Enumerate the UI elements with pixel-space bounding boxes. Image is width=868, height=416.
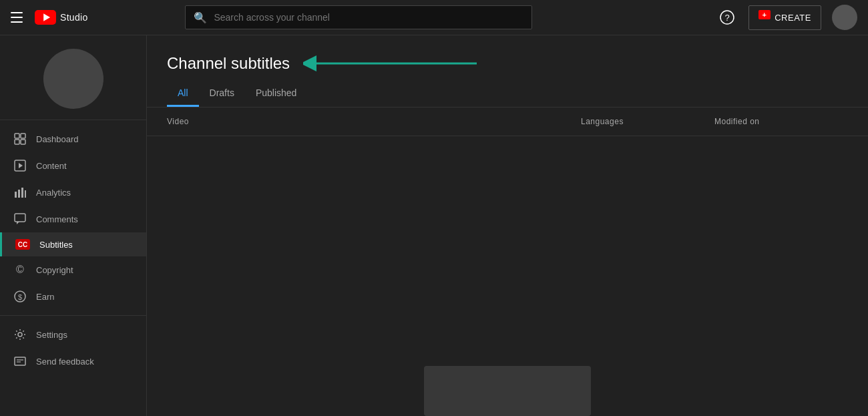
- analytics-icon: [13, 186, 27, 199]
- svg-rect-15: [25, 190, 26, 198]
- subtitles-label: Subtitles: [39, 240, 73, 250]
- sidebar-item-settings[interactable]: Settings: [0, 321, 146, 348]
- send-feedback-label: Send feedback: [36, 357, 94, 367]
- svg-rect-13: [18, 190, 20, 198]
- svg-rect-6: [15, 134, 19, 138]
- col-video-header: Video: [167, 117, 581, 126]
- table-header: Video Languages Modified on: [147, 108, 868, 136]
- page-title: Channel subtitles: [167, 54, 290, 73]
- comments-icon: [13, 212, 27, 226]
- subtitles-icon: CC: [15, 239, 30, 250]
- svg-text:$: $: [18, 293, 22, 301]
- logo[interactable]: Studio: [35, 10, 88, 25]
- settings-label: Settings: [36, 330, 67, 340]
- sidebar-item-copyright[interactable]: © Copyright: [0, 256, 146, 283]
- tab-drafts[interactable]: Drafts: [199, 81, 245, 107]
- main-area: Dashboard Content: [0, 35, 868, 416]
- svg-rect-8: [15, 140, 19, 144]
- channel-avatar[interactable]: [43, 49, 103, 109]
- search-bar[interactable]: 🔍: [185, 5, 532, 29]
- dashboard-icon: [13, 132, 27, 146]
- sidebar-item-earn[interactable]: $ Earn: [0, 283, 146, 310]
- youtube-icon: [35, 10, 56, 25]
- search-input[interactable]: [214, 12, 523, 23]
- sidebar-divider: [0, 315, 146, 316]
- content-area: Channel subtitles All Drafts Published: [147, 35, 868, 416]
- nav-right: ? + CREATE: [716, 5, 857, 30]
- svg-marker-11: [19, 163, 23, 168]
- sidebar-item-subtitles[interactable]: CC Subtitles: [0, 232, 146, 256]
- svg-rect-16: [15, 214, 25, 222]
- avatar[interactable]: [832, 5, 857, 30]
- analytics-label: Analytics: [36, 188, 71, 198]
- svg-rect-9: [21, 140, 25, 144]
- create-label: CREATE: [775, 13, 811, 23]
- earn-label: Earn: [36, 292, 54, 302]
- svg-point-20: [18, 333, 22, 337]
- svg-rect-14: [21, 188, 23, 198]
- studio-label: Studio: [60, 12, 88, 23]
- comments-label: Comments: [36, 214, 78, 224]
- sidebar-item-content[interactable]: Content: [0, 152, 146, 179]
- content-label: Content: [36, 161, 67, 171]
- create-button[interactable]: + CREATE: [748, 5, 821, 30]
- preview-box: [424, 366, 591, 416]
- settings-icon: [13, 328, 27, 341]
- plus-icon-svg: +: [758, 10, 771, 22]
- svg-rect-21: [15, 357, 25, 365]
- channel-avatar-area: [0, 35, 146, 120]
- table-body: [147, 136, 868, 416]
- sidebar-item-send-feedback[interactable]: Send feedback: [0, 348, 146, 375]
- copyright-icon: ©: [13, 263, 27, 276]
- tab-all[interactable]: All: [167, 81, 199, 107]
- tabs-bar: All Drafts Published: [147, 81, 868, 108]
- col-languages-header: Languages: [581, 117, 714, 126]
- help-icon: ?: [720, 10, 734, 25]
- col-modified-header: Modified on: [714, 117, 848, 126]
- svg-rect-7: [21, 134, 25, 138]
- dashboard-label: Dashboard: [36, 134, 79, 144]
- help-button[interactable]: ?: [716, 7, 738, 28]
- preview-area: [424, 366, 591, 416]
- menu-button[interactable]: [11, 9, 27, 25]
- sidebar: Dashboard Content: [0, 35, 147, 416]
- page-header: Channel subtitles: [147, 35, 868, 73]
- earn-icon: $: [13, 290, 27, 303]
- svg-text:+: +: [763, 11, 767, 19]
- sidebar-item-dashboard[interactable]: Dashboard: [0, 126, 146, 152]
- create-plus-icon: +: [758, 10, 771, 25]
- tab-published[interactable]: Published: [245, 81, 308, 107]
- top-navigation: Studio 🔍 ? + CREATE: [0, 0, 868, 35]
- arrow-svg: [303, 54, 477, 73]
- content-icon: [13, 159, 27, 172]
- sidebar-item-analytics[interactable]: Analytics: [0, 179, 146, 206]
- nav-left: Studio: [11, 9, 88, 25]
- svg-text:?: ?: [725, 13, 730, 23]
- copyright-label: Copyright: [36, 265, 73, 275]
- sidebar-nav: Dashboard Content: [0, 120, 146, 380]
- search-icon: 🔍: [194, 11, 207, 24]
- sidebar-item-comments[interactable]: Comments: [0, 206, 146, 232]
- arrow-decoration: [303, 54, 477, 73]
- svg-rect-12: [15, 192, 17, 198]
- feedback-icon: [13, 355, 27, 368]
